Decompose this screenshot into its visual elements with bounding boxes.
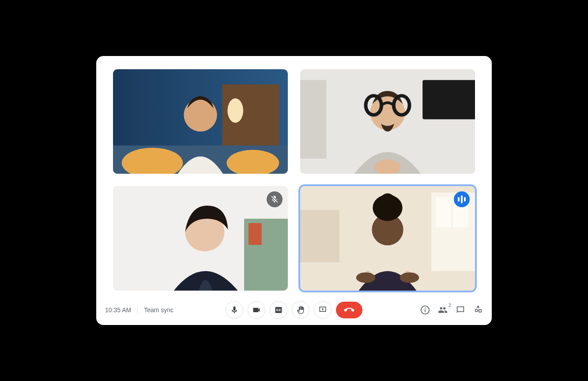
muted-icon (267, 191, 283, 207)
info-icon[interactable] (420, 305, 430, 315)
participant-count: 2 (449, 303, 451, 308)
participant-video (113, 186, 288, 291)
present-icon (318, 306, 327, 314)
bottom-bar: 10:35 AM Team sync (96, 298, 492, 325)
svg-point-29 (400, 273, 419, 283)
participant-tile[interactable] (113, 186, 288, 291)
participant-video (300, 69, 475, 174)
meet-window: 10:35 AM Team sync (96, 56, 492, 325)
camera-button[interactable] (248, 301, 265, 319)
hand-icon (296, 306, 305, 314)
video-grid (96, 56, 492, 298)
participant-video (113, 69, 288, 174)
activities-icon[interactable] (473, 305, 483, 315)
meeting-time: 10:35 AM (105, 306, 131, 314)
svg-point-6 (227, 98, 243, 123)
mic-icon (230, 306, 239, 314)
call-controls (226, 301, 362, 319)
mic-button[interactable] (226, 301, 243, 319)
svg-rect-9 (300, 80, 326, 158)
svg-rect-31 (425, 308, 426, 309)
raise-hand-button[interactable] (292, 301, 309, 319)
present-button[interactable] (314, 301, 332, 319)
right-controls: 2 (420, 305, 483, 315)
participant-tile[interactable] (300, 69, 475, 174)
svg-point-5 (184, 98, 217, 131)
meeting-title: Team sync (144, 306, 173, 314)
captions-button[interactable] (270, 301, 287, 319)
people-button[interactable]: 2 (438, 305, 448, 315)
divider (137, 306, 138, 314)
chat-icon[interactable] (456, 305, 465, 315)
speaking-indicator-icon (454, 191, 470, 207)
svg-rect-20 (436, 197, 451, 227)
hangup-button[interactable] (336, 302, 362, 318)
svg-rect-30 (425, 309, 426, 312)
participant-tile[interactable] (113, 69, 288, 174)
participant-video (300, 186, 475, 291)
svg-rect-22 (300, 210, 339, 262)
svg-rect-8 (422, 80, 475, 119)
svg-rect-16 (249, 223, 262, 245)
svg-point-25 (380, 194, 396, 209)
people-icon (438, 305, 448, 315)
captions-icon (274, 306, 283, 314)
meeting-info: 10:35 AM Team sync (105, 306, 173, 314)
hangup-icon (344, 305, 354, 315)
camera-icon (252, 306, 261, 314)
svg-point-28 (356, 273, 376, 283)
participant-tile-active[interactable] (300, 186, 475, 291)
